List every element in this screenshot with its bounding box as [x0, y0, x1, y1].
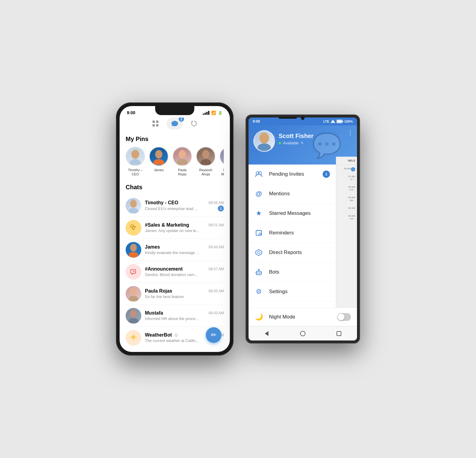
iphone-notch — [155, 106, 194, 115]
starred-messages-label: Starred Messages — [269, 210, 330, 216]
pin-avatar-paula — [173, 147, 192, 166]
mentions-label: Mentions — [269, 191, 330, 197]
home-button[interactable] — [298, 329, 307, 338]
compose-icon: ✏ — [211, 331, 216, 339]
chat-avatar-paula — [126, 286, 141, 302]
svg-point-20 — [130, 244, 137, 252]
chat-item-timothy[interactable]: Timothy - CEO 08:58 AM Closed EU's enter… — [126, 195, 224, 217]
right-panel-peek: NELS 1 :58 AM :51 AMw l... :49 AMa bl...… — [336, 157, 357, 326]
svg-point-23 — [130, 288, 137, 296]
wifi-icon: 📶 — [211, 111, 216, 115]
chat-name-paula: Paula Rojas — [145, 288, 172, 294]
svg-point-26 — [129, 318, 138, 323]
panel-peek-item-2: :51 AMw l... — [336, 173, 357, 183]
night-mode-icon: 🌙 — [255, 313, 263, 321]
android-menu: Pending Invites 1 @ Mentions ★ Starred M… — [249, 165, 336, 319]
svg-point-15 — [129, 208, 138, 213]
chat-item-announcement[interactable]: #Announcement 08:47 AM Sandra: Blood don… — [126, 261, 224, 283]
svg-rect-57 — [337, 331, 341, 336]
android-signal-icon — [330, 120, 335, 123]
menu-item-bots[interactable]: Bots — [249, 262, 336, 282]
svg-line-45 — [260, 234, 261, 235]
svg-rect-35 — [337, 121, 342, 123]
chats-title: Chats — [126, 184, 224, 191]
menu-item-settings[interactable]: ⚙ Settings — [249, 282, 336, 302]
svg-point-56 — [300, 331, 305, 336]
chat-preview-paula: So far the best feature. — [145, 294, 185, 299]
night-mode-row: 🌙 Night Mode — [249, 308, 357, 326]
chat-avatar-james — [126, 242, 141, 258]
pin-name-reyansh: ReyanshAhuja — [199, 168, 212, 177]
chat-preview-sales: James: Any update on new le... — [145, 228, 199, 233]
reminders-label: Reminders — [269, 230, 330, 236]
pins-title: My Pins — [126, 136, 224, 143]
iphone-content: 2 My Pins — [120, 118, 230, 348]
svg-point-5 — [130, 159, 141, 165]
chat-avatar-weatherbot — [126, 330, 141, 346]
grid-icon — [152, 120, 159, 127]
night-mode-toggle[interactable] — [337, 313, 351, 321]
panel-peek-item-5: :45 AM — [336, 204, 357, 212]
svg-point-4 — [131, 150, 139, 159]
android-battery-icon — [337, 120, 343, 123]
svg-rect-1 — [156, 121, 158, 123]
pin-james[interactable]: James — [149, 147, 168, 177]
android-speaker — [279, 117, 297, 119]
tab-grid[interactable] — [147, 118, 164, 130]
chat-info-sales: #Sales & Marketing 08:51 AM James: Any u… — [145, 222, 224, 233]
tab-refresh[interactable] — [186, 118, 202, 130]
pin-reyansh[interactable]: ReyanshAhuja — [196, 147, 215, 177]
chat-preview-mustafa: Informed HR about the proce... — [145, 316, 199, 321]
svg-rect-2 — [152, 124, 155, 127]
direct-reports-label: Direct Reports — [269, 249, 330, 256]
svg-point-52 — [258, 269, 259, 270]
direct-reports-icon — [255, 248, 263, 257]
chat-item-paula[interactable]: Paula Rojas 08:45 AM So far the best fea… — [126, 283, 224, 305]
chat-tab-badge: 2 — [179, 118, 184, 122]
android-camera — [301, 116, 305, 120]
menu-item-direct-reports[interactable]: Direct Reports — [249, 243, 336, 262]
bots-label: Bots — [269, 269, 330, 275]
pin-paula[interactable]: PaulaRojas — [173, 147, 192, 177]
menu-item-mentions[interactable]: @ Mentions — [249, 184, 336, 204]
compose-fab[interactable]: ✏ — [206, 327, 221, 343]
bots-icon — [255, 268, 263, 276]
chat-name-james: James — [145, 244, 160, 250]
svg-rect-3 — [156, 124, 158, 127]
mentions-icon: @ — [255, 190, 263, 198]
svg-point-22 — [133, 271, 134, 272]
svg-point-37 — [258, 143, 271, 151]
recent-apps-button[interactable] — [334, 329, 343, 338]
pending-invites-icon — [255, 170, 263, 178]
back-button[interactable] — [262, 329, 271, 338]
svg-marker-55 — [265, 331, 268, 336]
chat-item-sales[interactable]: #Sales & Marketing 08:51 AM James: Any u… — [126, 217, 224, 239]
svg-point-8 — [179, 150, 186, 158]
pin-timothy[interactable]: Timothy –CEO — [126, 147, 145, 177]
android-lte-icon: LTE — [323, 120, 329, 123]
chat-info-timothy: Timothy - CEO 08:58 AM Closed EU's enter… — [145, 200, 224, 212]
chat-avatar-mustafa — [126, 308, 141, 324]
panel-peek-item-3: :49 AMa bl... — [336, 183, 357, 194]
android-device: 9:00 LTE 100% 💬 — [246, 114, 360, 344]
svg-rect-34 — [342, 121, 343, 122]
chat-name-sales: #Sales & Marketing — [145, 222, 189, 228]
menu-item-pending-invites[interactable]: Pending Invites 1 — [249, 165, 336, 184]
android-bg-icon: 💬 — [312, 131, 342, 160]
svg-point-47 — [258, 251, 260, 254]
chat-icon — [171, 120, 179, 127]
tab-chat[interactable]: 2 — [167, 118, 183, 130]
tab-bar: 2 — [126, 118, 224, 130]
signal-icon — [203, 111, 209, 115]
svg-point-6 — [155, 150, 162, 158]
menu-item-starred-messages[interactable]: ★ Starred Messages — [249, 204, 336, 223]
chat-item-mustafa[interactable]: Mustafa 08:43 AM Informed HR about the p… — [126, 305, 224, 327]
pin-misaki[interactable]: Misaki –Marketin… — [220, 147, 224, 177]
chat-item-james[interactable]: James 08:49 AM Kindly evaluate the messa… — [126, 239, 224, 261]
edit-status-icon[interactable]: ✎ — [301, 141, 304, 145]
more-options-button[interactable]: ⋮ — [347, 129, 353, 136]
iphone-status-right: 📶 🔋 — [203, 111, 223, 115]
menu-item-reminders[interactable]: Reminders — [249, 223, 336, 243]
chat-time-announcement: 08:47 AM — [208, 267, 224, 271]
refresh-icon — [191, 120, 197, 127]
